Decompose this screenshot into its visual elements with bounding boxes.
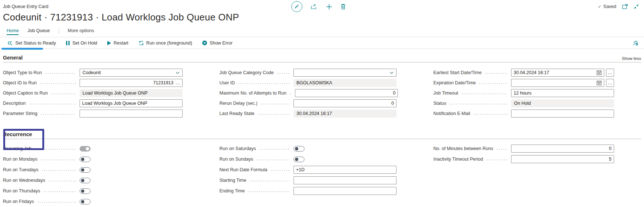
lookup-ellipsis-icon[interactable]: … [175, 81, 180, 85]
field-status: Status On Hold [433, 99, 614, 107]
field-starting-time: Starting Time [219, 176, 396, 184]
tab-more-options[interactable]: More options [68, 28, 94, 35]
dotted-leader [41, 166, 76, 174]
breadcrumb[interactable]: Job Queue Entry Card [3, 4, 48, 9]
chevron-down-icon [390, 72, 394, 74]
field-label: Rerun Delay (sec.) [219, 101, 257, 106]
show-less-link[interactable]: Show less [622, 56, 641, 61]
section-general: General Show less Object Type to Run Cod… [3, 55, 641, 120]
field-earliest-start-datetime: Earliest Start Date/Time … [433, 69, 614, 77]
recurrence-column-2: Run on Saturdays Run on Sundays Next Run… [219, 145, 396, 207]
dotted-leader [260, 99, 290, 107]
expiration-input[interactable] [514, 80, 597, 85]
starting-time-input[interactable] [294, 176, 396, 184]
max-attempts-input[interactable] [295, 89, 398, 97]
field-run-on-wednesdays: Run on Wednesdays [3, 176, 183, 184]
run-on-thursdays-toggle[interactable] [80, 188, 91, 194]
ending-time-input[interactable] [294, 187, 396, 195]
set-status-to-ready-button[interactable]: Set Status to Ready [7, 41, 56, 46]
play-icon [107, 41, 111, 45]
unpin-icon[interactable] [633, 37, 638, 49]
general-column-1: Object Type to Run Codeunit Object ID to… [3, 69, 183, 120]
field-job-timeout: Job Timeout [433, 89, 614, 97]
field-label: Run on Saturdays [219, 146, 256, 151]
tab-job-queue[interactable]: Job Queue [27, 28, 50, 35]
job-queue-category-dropdown[interactable] [294, 69, 396, 77]
field-job-queue-category-code: Job Queue Category Code [219, 69, 396, 77]
dotted-leader [248, 187, 290, 195]
dotted-leader [41, 155, 76, 163]
rerun-delay-input[interactable] [294, 99, 396, 107]
field-description: Description [3, 99, 183, 107]
run-once-foreground-button[interactable]: Run once (foreground) [139, 41, 192, 46]
set-on-hold-button[interactable]: Set On Hold [66, 41, 97, 46]
general-column-2: Job Queue Category Code User ID BGOLASOW… [219, 69, 396, 120]
field-label: Status [433, 101, 446, 106]
dotted-leader [479, 79, 507, 87]
field-label: Expiration Date/Time [433, 80, 476, 85]
run-on-fridays-toggle[interactable] [80, 199, 91, 204]
field-label: Description [3, 101, 26, 106]
field-rerun-delay: Rerun Delay (sec.) [219, 99, 396, 107]
description-input[interactable] [80, 99, 183, 107]
error-icon [202, 41, 207, 45]
calendar-icon[interactable] [597, 80, 602, 85]
edit-icon[interactable] [291, 1, 302, 12]
dotted-leader [259, 145, 290, 153]
field-label: Earliest Start Date/Time [433, 70, 482, 75]
earliest-start-input[interactable] [514, 70, 597, 75]
inactivity-timeout-input[interactable] [511, 155, 614, 163]
save-status: ✓ Saved [598, 4, 616, 9]
job-timeout-input[interactable] [511, 89, 614, 97]
dotted-leader [37, 198, 76, 206]
field-label: Notification E-Mail [433, 111, 470, 116]
run-on-sundays-toggle[interactable] [294, 157, 304, 162]
field-label: Run on Wednesdays [3, 178, 45, 183]
assist-edit-button[interactable]: … [606, 69, 614, 77]
dotted-leader [51, 89, 76, 97]
object-type-dropdown[interactable]: Codeunit [80, 69, 183, 77]
share-icon[interactable] [311, 4, 318, 9]
top-bar: Job Queue Entry Card ✓ Saved [0, 0, 644, 13]
restart-button[interactable]: Restart [107, 41, 128, 46]
field-label: Run on Thursdays [3, 188, 40, 193]
collapse-icon[interactable] [634, 4, 639, 9]
field-label: Object Caption to Run [3, 91, 48, 96]
check-icon: ✓ [598, 4, 601, 9]
field-label: Run on Sundays [219, 157, 253, 162]
delete-icon[interactable] [341, 4, 346, 9]
recurring-job-toggle[interactable] [80, 146, 91, 152]
page-toolbar [291, 0, 346, 13]
notification-email-input[interactable] [511, 110, 614, 118]
run-on-wednesdays-toggle[interactable] [80, 178, 91, 183]
assist-edit-button[interactable]: … [606, 79, 614, 87]
dotted-leader [256, 155, 290, 163]
field-label: Run on Tuesdays [3, 167, 38, 172]
run-on-saturdays-toggle[interactable] [294, 146, 304, 152]
new-icon[interactable] [326, 4, 332, 9]
field-run-on-mondays: Run on Mondays [3, 155, 183, 163]
parameter-string-input[interactable] [80, 110, 183, 118]
dotted-leader [461, 89, 507, 97]
run-on-tuesdays-toggle[interactable] [80, 167, 91, 173]
run-on-mondays-toggle[interactable] [80, 157, 91, 162]
field-label: Last Ready State [219, 111, 254, 116]
dotted-leader [257, 110, 290, 118]
object-id-input[interactable] [82, 80, 173, 85]
field-notification-email: Notification E-Mail [433, 110, 614, 118]
dotted-leader [473, 110, 507, 118]
next-run-date-formula-input[interactable] [294, 166, 396, 174]
dotted-leader [40, 110, 76, 118]
window-controls: ✓ Saved [598, 0, 639, 13]
field-label: Maximum No. of Attempts to Run [219, 91, 286, 96]
dotted-leader [449, 99, 507, 107]
field-last-ready-state: Last Ready State 30.04.2024 16:17 [219, 110, 396, 118]
gavel-icon [7, 41, 13, 46]
show-error-button[interactable]: Show Error [202, 41, 233, 46]
calendar-icon[interactable] [597, 70, 602, 75]
tab-home[interactable]: Home [7, 28, 19, 35]
open-in-new-window-icon[interactable] [622, 4, 628, 9]
minutes-between-runs-input[interactable] [511, 145, 614, 153]
field-max-attempts: Maximum No. of Attempts to Run [219, 89, 396, 97]
dotted-leader [486, 155, 507, 163]
